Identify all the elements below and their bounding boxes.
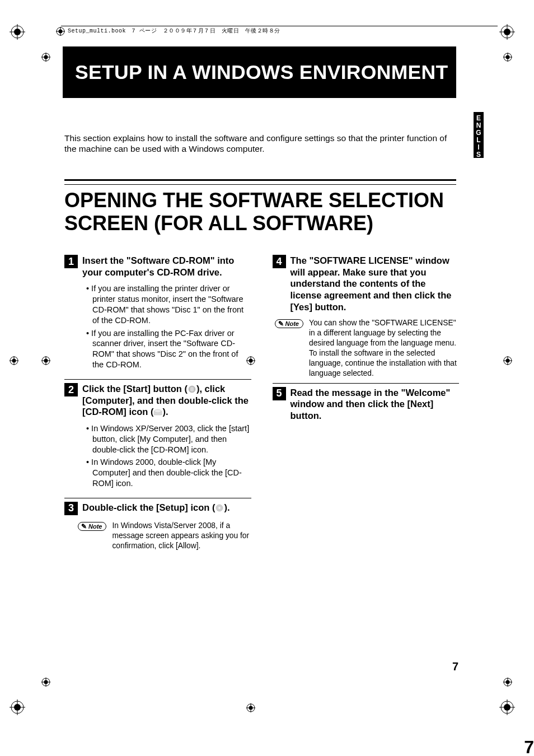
- svg-point-60: [218, 507, 221, 509]
- pencil-icon: ✎: [278, 320, 284, 327]
- step-number-5: 5: [273, 387, 286, 400]
- step-divider: [64, 498, 251, 498]
- step-3-title: Double-click the [Setup] icon ().: [82, 502, 230, 515]
- right-column: 4 The "SOFTWARE LICENSE" window will app…: [273, 255, 460, 556]
- step-4-note: ✎Note You can show the "SOFTWARE LICENSE…: [275, 318, 460, 379]
- pencil-icon: ✎: [81, 523, 87, 530]
- step-4: 4 The "SOFTWARE LICENSE" window will app…: [273, 255, 460, 312]
- cropmark-header: [56, 27, 65, 36]
- note-badge: ✎Note: [78, 522, 106, 531]
- step-3-title-b: ).: [224, 502, 229, 512]
- step-number-1: 1: [64, 255, 78, 268]
- cropmark-mid-l-outer: [10, 356, 18, 365]
- step-2-bullet-1: In Windows XP/Server 2003, click the [st…: [92, 423, 251, 455]
- chapter-title-text: SETUP IN A WINDOWS ENVIRONMENT: [75, 61, 448, 84]
- step-1-bullet-2: If you are installing the PC-Fax driver …: [92, 328, 251, 370]
- step-2-title-c: ).: [162, 407, 168, 417]
- cropmark-inner-bl: [41, 678, 50, 687]
- step-3-note: ✎Note In Windows Vista/Server 2008, if a…: [78, 521, 251, 551]
- cropmark-inner-tr: [503, 53, 512, 62]
- page-number: 7: [452, 660, 458, 673]
- step-5: 5 Read the message in the "Welcome" wind…: [273, 387, 460, 422]
- header-rule: [61, 26, 498, 26]
- cropmark-center-bottom: [246, 703, 255, 712]
- step-2: 2 Click the [Start] button (), click [Co…: [64, 383, 251, 418]
- step-number-3: 3: [64, 502, 78, 515]
- step-1-bullets: If you are installing the printer driver…: [64, 283, 251, 370]
- setup-icon: [215, 504, 224, 512]
- step-divider: [64, 379, 251, 380]
- step-4-note-text: You can show the "SOFTWARE LICENSE" in a…: [309, 318, 459, 379]
- step-divider: [273, 383, 460, 384]
- step-number-4: 4: [273, 255, 286, 268]
- step-3-title-a: Double-click the [Setup] icon (: [82, 502, 215, 512]
- cropmark-outer-tr: [499, 24, 515, 40]
- step-1: 1 Insert the "Software CD-ROM" into your…: [64, 255, 251, 278]
- note-badge: ✎Note: [275, 319, 303, 328]
- step-number-2: 2: [64, 383, 78, 396]
- note-label: Note: [88, 523, 102, 530]
- left-column: 1 Insert the "Software CD-ROM" into your…: [64, 255, 251, 556]
- step-2-title: Click the [Start] button (), click [Comp…: [82, 383, 251, 418]
- note-label: Note: [285, 320, 299, 327]
- cropmark-outer-bl: [10, 699, 25, 715]
- language-tab: ENGLISH: [474, 112, 484, 158]
- step-5-title: Read the message in the "Welcome" window…: [291, 387, 460, 422]
- cropmark-inner-br: [503, 678, 512, 687]
- step-3: 3 Double-click the [Setup] icon ().: [64, 502, 251, 515]
- page-slice: 7: [524, 738, 534, 756]
- step-4-title: The "SOFTWARE LICENSE" window will appea…: [291, 255, 460, 312]
- step-2-bullets: In Windows XP/Server 2003, click the [st…: [64, 423, 251, 489]
- cropmark-mid-l-inner: [41, 356, 50, 365]
- step-1-title: Insert the "Software CD-ROM" into your c…: [82, 255, 251, 278]
- step-2-title-a: Click the [Start] button (: [82, 384, 188, 394]
- svg-point-58: [154, 409, 161, 413]
- cropmark-mid-r-inner: [503, 356, 512, 365]
- step-2-bullet-2: In Windows 2000, double-click [My Comput…: [92, 457, 251, 489]
- start-button-icon: [188, 385, 196, 393]
- header-text: Setup_multi.book 7 ページ ２００９年７月７日 火曜日 午後２…: [68, 27, 280, 35]
- step-3-note-text: In Windows Vista/Server 2008, if a messa…: [112, 521, 251, 551]
- chapter-title-banner: SETUP IN A WINDOWS ENVIRONMENT: [63, 46, 456, 98]
- cropmark-inner-tl: [41, 53, 50, 62]
- step-1-bullet-1: If you are installing the printer driver…: [92, 283, 251, 325]
- section-divider: [64, 179, 456, 185]
- cropmark-outer-tl: [10, 24, 25, 40]
- cdrom-drive-icon: [153, 408, 162, 416]
- section-title: OPENING THE SOFTWARE SELECTION SCREEN (F…: [64, 189, 456, 235]
- cropmark-outer-br: [499, 699, 515, 715]
- intro-paragraph: This section explains how to install the…: [64, 133, 456, 155]
